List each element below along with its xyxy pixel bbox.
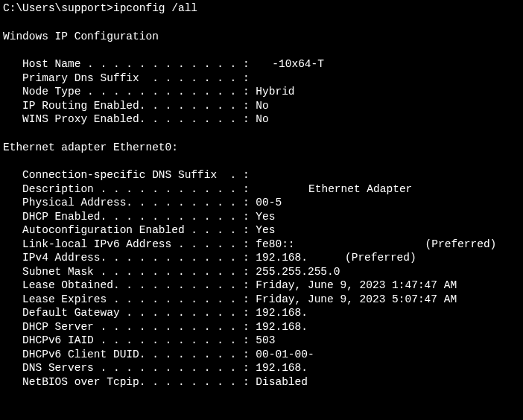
redacted-block <box>308 322 346 334</box>
section-header: Windows IP Configuration <box>3 30 520 44</box>
output-row: WINS Proxy Enabled. . . . . . . . : No <box>3 112 520 127</box>
redacted-block <box>282 198 370 210</box>
dhcpv6-iaid-value: 503 <box>256 334 275 346</box>
output-row: DHCPv6 IAID . . . . . . . . . . . : 503 <box>3 334 520 348</box>
output-row: Physical Address. . . . . . . . . : 00-5 <box>3 196 520 210</box>
output-row: NetBIOS over Tcpip. . . . . . . . : Disa… <box>3 375 520 389</box>
output-row: DHCP Server . . . . . . . . . . . : 192.… <box>3 320 520 334</box>
section-header: Ethernet adapter Ethernet0: <box>3 141 520 155</box>
redacted-block <box>275 336 316 348</box>
output-row: Default Gateway . . . . . . . . . : 192.… <box>3 306 520 320</box>
description-value: Ethernet Adapter <box>302 183 412 195</box>
command-text: ipconfig /all <box>113 2 197 14</box>
output-row: DNS Servers . . . . . . . . . . . : 192.… <box>3 361 520 375</box>
ll-ipv6-value: fe80:: <box>256 238 294 250</box>
output-row: Description . . . . . . . . . . . : Ethe… <box>3 182 520 197</box>
output-row: DHCPv6 Client DUID. . . . . . . . : 00-0… <box>3 348 520 362</box>
prompt: C:\Users\support> <box>3 2 113 14</box>
output-row: IPv4 Address. . . . . . . . . . . : 192.… <box>3 251 520 265</box>
output-row: Link-local IPv6 Address . . . . . : fe80… <box>3 238 520 252</box>
output-row: Primary Dns Suffix . . . . . . . : <box>3 71 520 86</box>
dhcp-server-value: 192.168. <box>256 321 308 333</box>
prompt-line: C:\Users\support>ipconfig /all <box>3 1 520 16</box>
redacted-block <box>308 363 346 375</box>
gateway-value: 192.168. <box>256 307 308 319</box>
output-row: Node Type . . . . . . . . . . . . : Hybr… <box>3 85 520 99</box>
terminal-output[interactable]: C:\Users\support>ipconfig /all Windows I… <box>0 0 523 390</box>
phys-addr-value: 00-5 <box>256 197 282 209</box>
dns-servers-value: 192.168. <box>256 362 308 374</box>
output-row: Lease Obtained. . . . . . . . . . : Frid… <box>3 279 520 293</box>
output-row: Connection-specific DNS Suffix . : <box>3 168 520 182</box>
redacted-block <box>295 239 425 251</box>
output-row: Lease Expires . . . . . . . . . . : Frid… <box>3 293 520 307</box>
output-row: Subnet Mask . . . . . . . . . . . : 255.… <box>3 265 520 279</box>
ipv4-suffix: (Preferred) <box>345 252 416 264</box>
output-row: DHCP Enabled. . . . . . . . . . . : Yes <box>3 210 520 224</box>
redacted-block <box>314 349 430 361</box>
output-row: Autoconfiguration Enabled . . . . : Yes <box>3 223 520 238</box>
blank-line <box>3 43 520 57</box>
blank-line <box>3 127 520 141</box>
redacted-block <box>308 308 349 320</box>
ipv4-value: 192.168. <box>256 252 308 264</box>
redacted-block <box>256 184 302 196</box>
blank-line <box>3 154 520 168</box>
output-row: Host Name . . . . . . . . . . . . : -10x… <box>3 57 520 71</box>
blank-line <box>3 16 520 30</box>
hostname-value: -10x64-T <box>272 58 324 70</box>
redacted-block <box>308 253 345 265</box>
redacted-block <box>256 60 272 71</box>
output-row: IP Routing Enabled. . . . . . . . : No <box>3 99 520 113</box>
ll-ipv6-suffix: (Preferred) <box>425 238 497 250</box>
dhcpv6-duid-value: 00-01-00- <box>256 349 314 360</box>
